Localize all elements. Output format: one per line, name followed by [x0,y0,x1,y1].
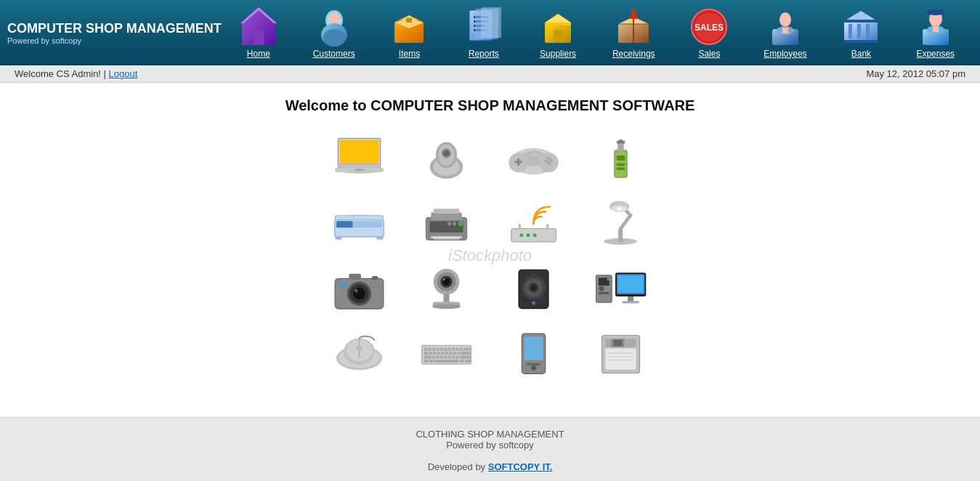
svg-marker-23 [545,14,571,23]
svg-rect-77 [617,155,625,160]
svg-point-64 [443,150,449,155]
svg-point-158 [356,346,363,350]
app-branding: COMPUTER SHOP MANAGEMENT Powered by soft… [7,21,222,45]
items-icon-wrap [389,7,429,47]
svg-rect-161 [424,347,427,350]
svg-rect-176 [442,352,445,355]
svg-rect-173 [429,352,432,355]
nav-sales[interactable]: SALES Sales [689,7,729,59]
svg-rect-82 [619,140,623,142]
laptop-icon [327,129,392,187]
device-row-2 [327,194,654,252]
desk-lamp-icon [588,194,654,252]
printer-icon [414,194,479,252]
separator: | [104,68,109,79]
svg-rect-78 [617,163,625,166]
nav-bank[interactable]: Bank [841,7,881,59]
svg-rect-162 [428,347,431,350]
svg-rect-13 [406,18,412,23]
welcome-section: Welcome CS Admin! | Logout [15,68,137,79]
svg-rect-95 [434,209,460,214]
header: COMPUTER SHOP MANAGEMENT Powered by soft… [0,0,980,65]
svg-rect-46 [844,20,878,23]
svg-text:SALES: SALES [694,23,724,33]
items-icon [390,8,428,46]
nav-employees-label: Employees [764,49,806,59]
svg-rect-188 [452,355,455,358]
main-nav: Home Customers [222,7,973,59]
svg-point-124 [374,276,376,278]
main-content: Welcome to COMPUTER SHOP MANAGEMENT SOFT… [0,83,980,417]
mouse-icon [327,325,392,383]
svg-rect-45 [844,40,878,43]
nav-items-label: Items [399,49,420,59]
svg-point-73 [547,156,551,160]
svg-rect-152 [623,301,639,303]
svg-rect-189 [455,355,458,358]
pda-icon [501,325,567,383]
svg-point-145 [599,286,604,291]
reports-icon [466,7,501,47]
svg-rect-96 [431,236,461,238]
svg-rect-181 [461,352,471,355]
svg-point-104 [527,233,530,237]
svg-rect-50 [933,26,939,32]
svg-rect-88 [336,215,384,219]
svg-rect-39 [782,28,788,33]
nav-home-label: Home [247,49,270,59]
svg-rect-177 [445,352,448,355]
svg-rect-89 [336,236,342,240]
svg-rect-97 [434,238,460,239]
camera-icon [327,259,392,318]
nav-bank-label: Bank [851,49,871,59]
svg-rect-151 [628,296,633,302]
nav-customers[interactable]: Customers [313,7,355,59]
reports-icon-wrap [463,7,503,47]
svg-point-141 [532,301,535,304]
svg-rect-166 [444,347,447,350]
svg-rect-44 [866,24,870,39]
svg-rect-70 [517,158,519,165]
nav-suppliers[interactable]: Suppliers [538,7,578,59]
svg-rect-195 [465,360,471,363]
svg-rect-194 [460,360,463,363]
svg-rect-206 [614,340,622,346]
speaker-icon [501,259,567,318]
status-bar: Welcome CS Admin! | Logout May 12, 2012 … [0,65,980,83]
svg-rect-79 [617,167,625,170]
logout-link[interactable]: Logout [109,68,138,79]
trackball-icon [414,129,479,187]
nav-home[interactable]: Home [238,7,278,59]
nav-receivings[interactable]: Receivings [612,7,655,59]
svg-rect-146 [599,291,610,294]
nav-sales-label: Sales [698,49,720,59]
svg-rect-178 [450,352,453,355]
svg-rect-180 [458,352,461,355]
svg-rect-191 [424,360,428,363]
nav-expenses[interactable]: Expenses [915,7,955,59]
svg-rect-164 [436,347,439,350]
datetime-display: May 12, 2012 05:07 pm [866,68,965,79]
svg-rect-21 [481,7,501,38]
expenses-icon [917,7,955,47]
welcome-text: Welcome CS Admin! [15,68,101,79]
svg-rect-192 [429,360,433,363]
bank-icon [841,8,880,46]
svg-rect-86 [336,221,353,227]
webcam-icon [414,259,479,318]
router-icon [501,194,567,252]
svg-point-132 [432,304,461,309]
svg-rect-187 [448,355,451,358]
nav-items[interactable]: Items [389,7,429,59]
svg-point-121 [355,288,358,292]
svg-point-129 [443,278,445,280]
svg-rect-184 [436,355,439,358]
receivings-icon [614,8,653,46]
device-row-3 [327,259,654,318]
nav-employees[interactable]: Employees [764,7,806,59]
customers-icon [315,7,353,47]
footer-dev-link[interactable]: SOFTCOPY IT. [488,461,553,472]
svg-point-100 [448,222,451,225]
svg-rect-199 [527,363,541,365]
nav-reports[interactable]: Reports [463,7,503,59]
